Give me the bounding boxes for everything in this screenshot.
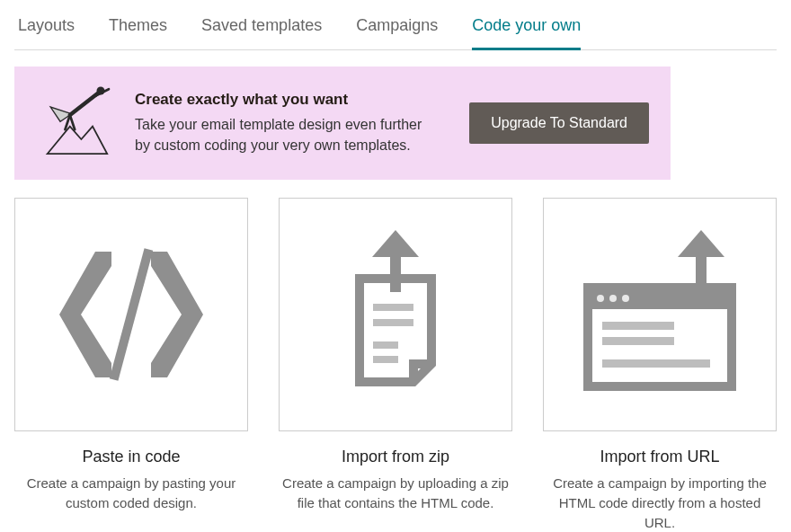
svg-rect-13 — [602, 337, 674, 345]
upload-browser-icon — [543, 198, 777, 431]
card-import-zip[interactable]: Import from zip Create a campaign by upl… — [279, 198, 512, 532]
upgrade-banner: Create exactly what you want Take your e… — [14, 66, 671, 180]
upgrade-button[interactable]: Upgrade To Standard — [469, 102, 649, 144]
card-title: Paste in code — [14, 448, 248, 466]
code-icon — [14, 198, 248, 431]
svg-point-11 — [622, 295, 629, 302]
svg-rect-14 — [602, 359, 710, 368]
tab-code-your-own[interactable]: Code your own — [472, 16, 581, 50]
svg-rect-4 — [373, 341, 398, 349]
card-description: Create a campaign by importing the HTML … — [543, 474, 777, 532]
svg-rect-1 — [110, 248, 153, 380]
svg-rect-2 — [373, 304, 413, 311]
upload-document-icon — [279, 198, 512, 431]
card-paste-code[interactable]: Paste in code Create a campaign by pasti… — [14, 198, 248, 532]
card-title: Import from URL — [543, 448, 777, 466]
card-import-url[interactable]: Import from URL Create a campaign by imp… — [543, 198, 777, 532]
tab-campaigns[interactable]: Campaigns — [356, 16, 438, 50]
banner-title: Create exactly what you want — [135, 91, 451, 109]
card-description: Create a campaign by uploading a zip fil… — [279, 474, 512, 513]
banner-description: Take your email template design even fur… — [135, 114, 440, 155]
svg-point-9 — [597, 295, 604, 302]
tab-layouts[interactable]: Layouts — [18, 16, 75, 50]
svg-point-10 — [609, 295, 617, 302]
hero-illustration-icon — [36, 83, 117, 164]
svg-rect-5 — [373, 356, 398, 363]
svg-rect-12 — [602, 322, 674, 330]
card-title: Import from zip — [279, 448, 512, 466]
tab-saved-templates[interactable]: Saved templates — [201, 16, 322, 50]
tabs-nav: Layouts Themes Saved templates Campaigns… — [14, 0, 777, 50]
tab-themes[interactable]: Themes — [109, 16, 167, 50]
svg-rect-3 — [373, 319, 413, 326]
option-cards: Paste in code Create a campaign by pasti… — [14, 198, 777, 532]
card-description: Create a campaign by pasting your custom… — [14, 474, 248, 513]
